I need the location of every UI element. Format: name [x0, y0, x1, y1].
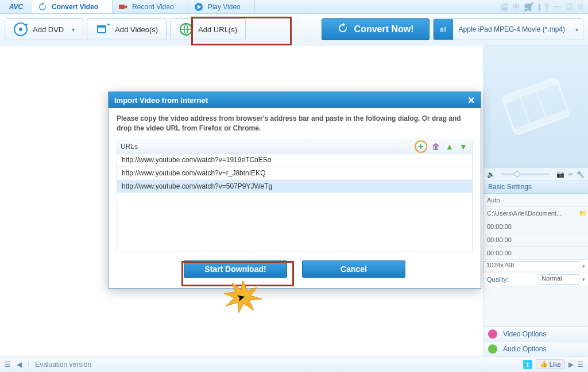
setting-time2: 00:00:00: [483, 233, 588, 247]
output-profile-selector[interactable]: all Apple iPad MPEG-4 Movie (*.mp4) ▾: [433, 18, 583, 40]
add-videos-button[interactable]: + Add Video(s): [87, 18, 167, 40]
convert-now-button[interactable]: Convert Now!: [322, 18, 430, 40]
title-bar: AVC Convert Video Record Video Play Vide…: [0, 0, 588, 14]
svg-line-14: [520, 98, 529, 122]
audio-options-icon: [488, 344, 497, 354]
record-icon: [118, 2, 127, 11]
url-list-header: URLs + 🗑 ▲ ▼: [117, 140, 473, 154]
tab-record-video[interactable]: Record Video: [113, 0, 188, 13]
start-download-button[interactable]: Start Download!: [184, 260, 287, 278]
filmreel-placeholder-icon: [496, 72, 576, 141]
add-dvd-button[interactable]: + Add DVD ▾: [5, 18, 83, 40]
cancel-button[interactable]: Cancel: [302, 260, 405, 278]
video-icon: +: [95, 22, 110, 37]
status-bar: ☰ ◀ | Evaluation version t 👍Like ▶ ☰: [0, 356, 588, 372]
tab-label: Record Video: [132, 3, 174, 11]
url-row[interactable]: http://www.youtube.com/watch?v=r_J8btnIE…: [117, 167, 472, 180]
menu-icon[interactable]: ▤: [501, 2, 508, 11]
app-logo: AVC: [0, 0, 32, 13]
url-list[interactable]: http://www.youtube.com/watch?v=1919eTCoE…: [117, 154, 473, 251]
twitter-icon[interactable]: t: [523, 360, 532, 369]
tab-play-video[interactable]: Play Video: [188, 0, 255, 13]
add-urls-button[interactable]: + Add URL(s): [170, 18, 246, 40]
dialog-title: Import Video from Internet: [114, 96, 208, 105]
setting-size[interactable]: 1024x768▾: [483, 260, 588, 273]
chevron-down-icon: ▾: [72, 26, 75, 33]
setting-time1: 00:00:00: [483, 220, 588, 233]
move-up-icon[interactable]: ▲: [444, 141, 455, 152]
preview-pane: [483, 45, 588, 167]
svg-rect-13: [513, 109, 570, 135]
prev-icon[interactable]: ◀: [17, 361, 22, 369]
main-toolbar: + Add DVD ▾ + Add Video(s) + Add URL(s) …: [0, 14, 588, 45]
svg-text:+: +: [190, 22, 194, 28]
status-text: Evaluation version: [35, 361, 91, 369]
svg-rect-0: [119, 5, 125, 9]
tool-icon[interactable]: 🔧: [577, 171, 585, 178]
import-url-dialog: Import Video from Internet ✕ Please copy…: [108, 91, 481, 289]
media-controls: 🔈 📷 ✂ 🔧: [483, 167, 588, 181]
volume-slider[interactable]: [502, 173, 550, 175]
profile-icon: all: [434, 19, 453, 40]
window-controls: ▤ ⚙ 🛒 | ? — ☐ ✕: [497, 0, 588, 13]
chevron-down-icon: ▾: [579, 277, 588, 282]
urls-column-label: URLs: [121, 143, 138, 151]
help-icon[interactable]: ?: [545, 2, 549, 11]
svg-point-3: [19, 28, 22, 31]
side-panel: 🔈 📷 ✂ 🔧 Basic Settings Auto C:\Users\Ari…: [483, 45, 588, 356]
globe-icon: +: [179, 22, 194, 37]
tab-label: Play Video: [208, 3, 241, 11]
play-icon: [194, 2, 203, 11]
profile-label: Apple iPad MPEG-4 Movie (*.mp4): [453, 25, 571, 33]
setting-auto[interactable]: Auto: [483, 194, 588, 207]
close-icon[interactable]: ✕: [577, 2, 583, 11]
setting-time3: 00:00:00: [483, 247, 588, 260]
video-options-icon: [488, 329, 497, 339]
folder-icon[interactable]: 📁: [579, 210, 588, 217]
dialog-message: Please copy the video address from brows…: [117, 114, 473, 134]
facebook-like-button[interactable]: 👍Like: [536, 359, 565, 369]
list-view-icon[interactable]: ☰: [5, 361, 11, 369]
video-options-row[interactable]: Video Options: [483, 326, 588, 341]
url-row[interactable]: http://www.youtube.com/watch?v=1919eTCoE…: [117, 154, 472, 167]
maximize-icon[interactable]: ☐: [566, 2, 572, 11]
button-label: Add Video(s): [115, 25, 158, 34]
volume-icon[interactable]: 🔈: [487, 171, 495, 178]
dialog-titlebar: Import Video from Internet ✕: [109, 92, 481, 108]
refresh-icon: [38, 2, 47, 11]
minimize-icon[interactable]: —: [554, 2, 561, 11]
tab-label: Convert Video: [52, 3, 98, 11]
move-down-icon[interactable]: ▼: [458, 141, 469, 152]
add-url-icon[interactable]: +: [415, 140, 427, 153]
audio-options-row[interactable]: Audio Options: [483, 341, 588, 356]
url-row[interactable]: http://www.youtube.com/watch?v=507P9YJWe…: [117, 180, 472, 193]
setting-quality[interactable]: Quality: Normal▾: [483, 273, 588, 286]
button-label: Convert Now!: [354, 24, 414, 34]
svg-text:+: +: [107, 22, 110, 28]
disc-icon: +: [13, 22, 28, 37]
button-label: Add URL(s): [198, 25, 237, 34]
chevron-down-icon: ▾: [579, 263, 588, 269]
snapshot-icon[interactable]: 📷: [556, 171, 564, 178]
tab-convert-video[interactable]: Convert Video: [32, 0, 113, 13]
gear-icon[interactable]: ⚙: [513, 2, 520, 11]
setting-output-path[interactable]: C:\Users\Ariel\Document...📁: [483, 207, 588, 220]
refresh-icon: [337, 22, 349, 36]
svg-rect-12: [502, 78, 558, 103]
svg-text:+: +: [25, 22, 28, 28]
cart-icon[interactable]: 🛒: [524, 2, 533, 11]
chevron-down-icon: ▾: [571, 26, 583, 33]
svg-rect-6: [98, 26, 106, 28]
cut-icon[interactable]: ✂: [568, 171, 573, 178]
svg-line-15: [537, 92, 546, 117]
delete-url-icon[interactable]: 🗑: [431, 141, 441, 152]
dialog-close-button[interactable]: ✕: [467, 95, 475, 106]
list-view-icon[interactable]: ☰: [577, 361, 583, 369]
basic-settings-header: Basic Settings: [483, 181, 588, 194]
button-label: Add DVD: [33, 25, 64, 34]
next-icon[interactable]: ▶: [568, 361, 574, 369]
